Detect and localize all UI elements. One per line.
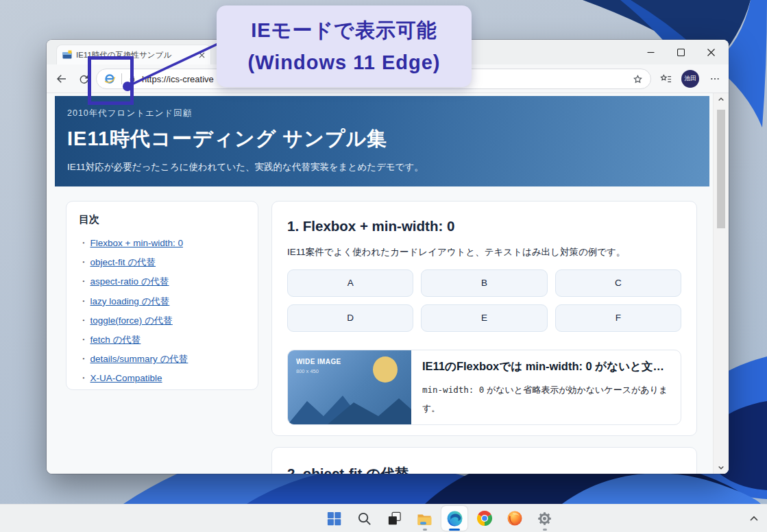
callout-line1: IEモードで表示可能: [251, 14, 437, 47]
close-icon: [707, 49, 715, 56]
maximize-button[interactable]: [666, 40, 696, 64]
tab-close-icon[interactable]: [199, 52, 205, 58]
inline-code: min-width: 0: [422, 385, 484, 395]
gear-icon: [537, 511, 552, 527]
arrow-left-icon: [56, 73, 68, 85]
search-icon: [356, 511, 372, 527]
file-explorer-button[interactable]: [411, 506, 437, 531]
refresh-icon: [78, 73, 90, 85]
bullet: ・: [79, 373, 88, 383]
page-hero: 2010年代フロントエンド回顧 IE11時代コーディング サンプル集 IE11対…: [55, 96, 709, 186]
bullet: ・: [79, 296, 88, 306]
minimize-icon: [647, 49, 655, 56]
edge-button[interactable]: [441, 506, 467, 531]
file-explorer-icon: [416, 510, 433, 527]
profile-avatar-button[interactable]: 池田: [681, 70, 699, 88]
settings-button[interactable]: [531, 506, 557, 531]
toc-link-object-fit[interactable]: object-fit の代替: [90, 257, 156, 267]
chevron-up-icon: [749, 516, 759, 522]
tab-title: IE11時代の互換性サンプル: [76, 50, 195, 60]
image-label: WIDE IMAGE: [296, 358, 341, 365]
chrome-icon: [476, 510, 493, 527]
window-controls: [635, 40, 726, 64]
task-view-button[interactable]: [381, 506, 407, 531]
toc-link-flexbox[interactable]: Flexbox + min-width: 0: [90, 238, 183, 248]
wide-media-card: WIDE IMAGE 800 x 450 IE11のFlexboxでは min-…: [287, 350, 681, 425]
lock-icon[interactable]: [127, 74, 137, 84]
ie-mode-callout: IEモードで表示可能 (Windows 11 Edge): [217, 5, 472, 87]
start-button[interactable]: [321, 506, 347, 531]
section-description: IE11案件でよく使われたカードレイアウトと、テキストはみ出し対策の例です。: [287, 246, 681, 258]
wide-card-title: IE11のFlexboxでは min-width: 0 がないと文…: [422, 359, 670, 374]
section-heading: 1. Flexbox + min-width: 0: [287, 217, 681, 236]
bullet: ・: [79, 257, 88, 267]
chevron-down-icon: [718, 466, 725, 470]
toc-item: ・details/summary の代替: [79, 350, 248, 369]
scroll-down-button[interactable]: [714, 462, 729, 474]
hero-eyebrow: 2010年代フロントエンド回顧: [67, 108, 696, 119]
task-view-icon: [387, 511, 402, 527]
toc-link-aspect-ratio[interactable]: aspect-ratio の代替: [90, 276, 169, 287]
toc-link-fetch[interactable]: fetch の代替: [90, 335, 141, 345]
toc-item: ・Flexbox + min-width: 0: [79, 234, 248, 253]
back-button[interactable]: [55, 72, 69, 86]
refresh-button[interactable]: [77, 72, 90, 86]
toc-item: ・aspect-ratio の代替: [79, 272, 248, 291]
page-title: IE11時代コーディング サンプル集: [67, 125, 696, 153]
favorites-bar-button[interactable]: [659, 72, 672, 86]
toc-link-details-summary[interactable]: details/summary の代替: [90, 354, 188, 364]
windows-start-icon: [326, 511, 342, 527]
minimize-button[interactable]: [635, 40, 666, 64]
toc-link-x-ua-compatible[interactable]: X-UA-Compatible: [90, 373, 162, 383]
search-button[interactable]: [351, 506, 377, 531]
show-hidden-icons-button[interactable]: [748, 513, 759, 523]
bullet: ・: [79, 238, 88, 248]
bullet: ・: [79, 315, 88, 326]
demo-card: A: [287, 269, 413, 297]
toc-item: ・lazy loading の代替: [79, 292, 248, 311]
wide-card-body: min-width: 0 がないと省略表示が効かないケースがあります。: [422, 380, 670, 418]
scrollbar-thumb[interactable]: [717, 110, 725, 228]
section-flexbox-card: 1. Flexbox + min-width: 0 IE11案件でよく使われたカ…: [271, 201, 697, 436]
toc-item: ・fetch の代替: [79, 330, 248, 350]
more-options-icon: [709, 73, 720, 84]
hero-subtitle: IE11対応が必要だったころに使われていた、実践的な代替実装をまとめたデモです。: [67, 161, 696, 173]
bullet: ・: [79, 335, 88, 345]
placeholder-image: WIDE IMAGE 800 x 450: [288, 350, 411, 424]
favorite-star-icon[interactable]: [632, 73, 644, 85]
toc-title: 目次: [79, 213, 248, 226]
chrome-button[interactable]: [472, 506, 498, 531]
toc-item: ・toggle(force) の代替: [79, 311, 248, 330]
firefox-icon: [507, 510, 523, 527]
toc-link-lazy-loading[interactable]: lazy loading の代替: [90, 296, 170, 306]
scroll-up-button[interactable]: [714, 93, 729, 105]
callout-line2: (Windows 11 Edge): [248, 47, 441, 79]
divider: [121, 73, 122, 84]
toc-list: ・Flexbox + min-width: 0 ・object-fit の代替 …: [79, 234, 248, 389]
page-scrollbar[interactable]: [713, 93, 729, 474]
demo-card: D: [287, 304, 413, 332]
close-window-button[interactable]: [696, 40, 726, 64]
firefox-button[interactable]: [502, 506, 528, 531]
page-favicon-icon: [62, 50, 72, 60]
edge-icon: [446, 510, 463, 527]
demo-card: E: [421, 304, 547, 332]
url-text: https://ics-creative: [142, 74, 214, 84]
maximize-icon: [677, 49, 685, 56]
bullet: ・: [79, 354, 88, 364]
ie-mode-icon[interactable]: [104, 73, 116, 85]
more-options-button[interactable]: [706, 72, 724, 86]
active-indicator-edge: [449, 529, 460, 531]
wide-card-text: IE11のFlexboxでは min-width: 0 がないと文… min-w…: [411, 350, 681, 424]
section-heading: 2. object-fit の代替: [287, 464, 681, 474]
browser-tab[interactable]: IE11時代の互換性サンプル: [56, 45, 211, 64]
section-object-fit-card: 2. object-fit の代替: [271, 447, 697, 474]
page-viewport: 2010年代フロントエンド回顧 IE11時代コーディング サンプル集 IE11対…: [47, 93, 729, 474]
demo-card-grid: A B C D E F: [287, 269, 681, 332]
toc-link-toggle-force[interactable]: toggle(force) の代替: [90, 315, 173, 326]
bullet: ・: [79, 276, 88, 287]
demo-card: F: [555, 304, 681, 332]
toc-card: 目次 ・Flexbox + min-width: 0 ・object-fit の…: [66, 201, 258, 390]
demo-card: B: [421, 269, 547, 297]
chevron-up-icon: [718, 97, 725, 101]
